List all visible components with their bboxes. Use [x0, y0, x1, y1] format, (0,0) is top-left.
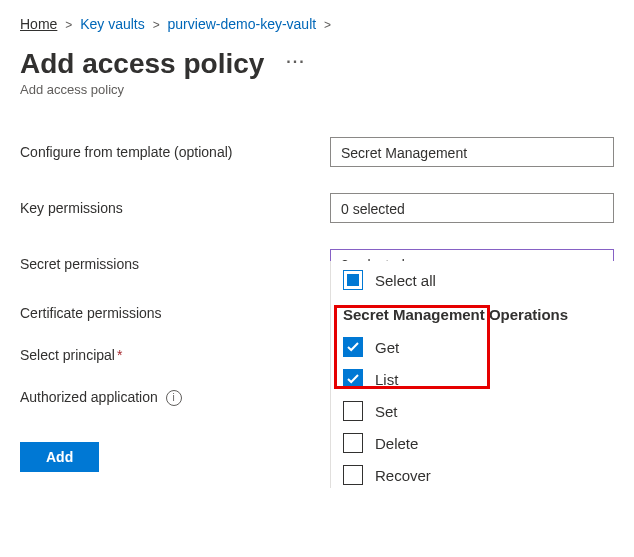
more-actions-icon[interactable]: ···	[286, 53, 305, 70]
page-title: Add access policy	[20, 48, 264, 80]
breadcrumb: Home > Key vaults > purview-demo-key-vau…	[20, 16, 614, 32]
option-recover[interactable]: Recover	[335, 459, 634, 488]
checkbox-checked-icon	[343, 369, 363, 389]
checkbox-unchecked-icon	[343, 433, 363, 453]
breadcrumb-keyvaults[interactable]: Key vaults	[80, 16, 145, 32]
authorized-application-label: Authorized application i	[20, 389, 330, 406]
checkbox-indeterminate-icon	[343, 270, 363, 290]
chevron-right-icon: >	[153, 18, 160, 32]
option-set[interactable]: Set	[335, 395, 634, 427]
checkbox-unchecked-icon	[343, 401, 363, 421]
key-permissions-label: Key permissions	[20, 200, 330, 216]
select-principal-label: Select principal*	[20, 347, 330, 363]
key-permissions-select[interactable]: 0 selected	[330, 193, 614, 223]
certificate-permissions-label: Certificate permissions	[20, 305, 330, 321]
checkbox-checked-icon	[343, 337, 363, 357]
option-label: Set	[375, 403, 398, 420]
option-delete[interactable]: Delete	[335, 427, 634, 459]
chevron-right-icon: >	[65, 18, 72, 32]
option-label: List	[375, 371, 398, 388]
option-label: Delete	[375, 435, 418, 452]
breadcrumb-vault[interactable]: purview-demo-key-vault	[168, 16, 317, 32]
select-all-label: Select all	[375, 272, 436, 289]
secret-permissions-label: Secret permissions	[20, 256, 330, 272]
option-list[interactable]: List	[335, 363, 634, 395]
breadcrumb-home[interactable]: Home	[20, 16, 57, 32]
checkbox-unchecked-icon	[343, 465, 363, 485]
dropdown-group-title: Secret Management Operations	[335, 296, 634, 331]
page-subtitle: Add access policy	[20, 82, 614, 97]
option-label: Recover	[375, 467, 431, 484]
info-icon[interactable]: i	[166, 390, 182, 406]
select-all-option[interactable]: Select all	[335, 264, 634, 296]
add-button[interactable]: Add	[20, 442, 99, 472]
template-label: Configure from template (optional)	[20, 144, 330, 160]
option-label: Get	[375, 339, 399, 356]
secret-permissions-dropdown: Select all Secret Management Operations …	[330, 261, 634, 488]
option-get[interactable]: Get	[335, 331, 634, 363]
template-select[interactable]: Secret Management	[330, 137, 614, 167]
chevron-right-icon: >	[324, 18, 331, 32]
